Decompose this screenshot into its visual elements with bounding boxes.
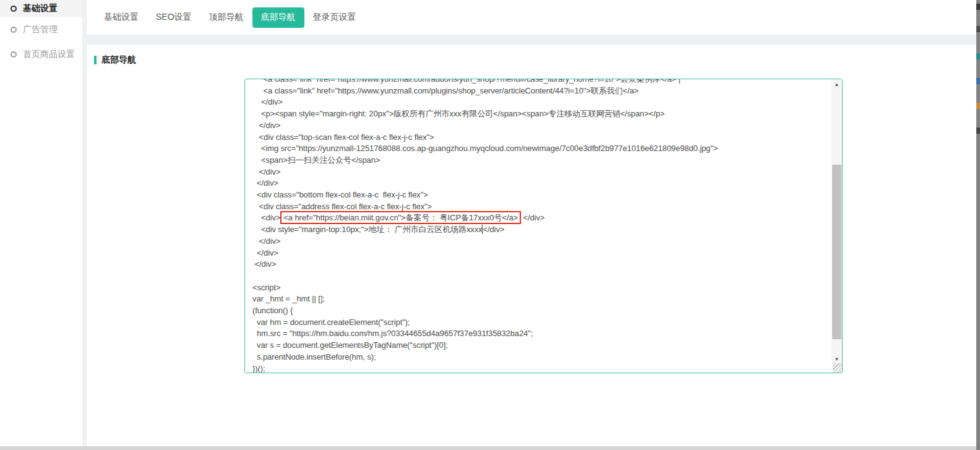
red-annotation-box: <a href="https://beian.miit.gov.cn">备案号：… (280, 211, 521, 224)
edge-icon-speck (976, 4, 980, 10)
vertical-scrollbar[interactable]: ▲ ▼ (832, 79, 842, 365)
sidebar-item-label: 基础设置 (23, 3, 58, 14)
sidebar-item-homepage-goods[interactable]: 首页商品设置 (0, 42, 82, 67)
bottom-nav-settings-panel: 底部导航 <a class="link" href="https://www.y… (87, 45, 976, 446)
sidebar-item-label: 广告管理 (23, 24, 58, 35)
sidebar: 基础设置 广告管理 首页商品设置 (0, 0, 82, 446)
scroll-up-arrow-icon[interactable]: ▲ (832, 79, 842, 90)
footer-html-textarea[interactable]: <a class="link" href="https://www.yunzma… (244, 79, 843, 373)
section-header: 底部导航 (94, 54, 136, 66)
textarea-resize-grip-icon[interactable] (833, 363, 842, 373)
code-segment-before: <a class="link" href="https://www.yunzma… (252, 79, 718, 222)
tab-top-nav[interactable]: 顶部导航 (200, 7, 252, 28)
circle-icon (11, 27, 17, 33)
window-right-edge (976, 0, 980, 450)
sidebar-item-label: 首页商品设置 (23, 49, 75, 60)
settings-tab-bar: 基础设置 SEO设置 顶部导航 底部导航 登录页设置 (87, 0, 976, 35)
footer-html-code[interactable]: <a class="link" href="https://www.yunzma… (245, 79, 831, 373)
edge-icon-speck (976, 53, 980, 59)
section-accent-bar (94, 56, 97, 64)
code-segment-after: </div> </div> </div> </div> <script> var… (252, 225, 533, 373)
sidebar-item-basic-settings[interactable]: 基础设置 (0, 0, 82, 17)
tab-login-page-settings[interactable]: 登录页设置 (304, 7, 365, 28)
edge-icon-speck (976, 26, 980, 32)
circle-icon (11, 51, 17, 58)
window-bottom-edge (0, 446, 980, 450)
scrollbar-thumb[interactable] (832, 165, 841, 339)
edge-icon-speck (976, 103, 980, 109)
edge-icon-speck (976, 78, 980, 84)
edge-icon-speck (976, 128, 980, 134)
circle-icon (11, 6, 17, 12)
tab-basic-settings[interactable]: 基础设置 (95, 7, 147, 28)
tab-seo-settings[interactable]: SEO设置 (147, 7, 200, 28)
sidebar-item-ad-management[interactable]: 广告管理 (0, 17, 82, 42)
section-title: 底部导航 (101, 54, 136, 66)
tab-bottom-nav[interactable]: 底部导航 (252, 7, 304, 28)
